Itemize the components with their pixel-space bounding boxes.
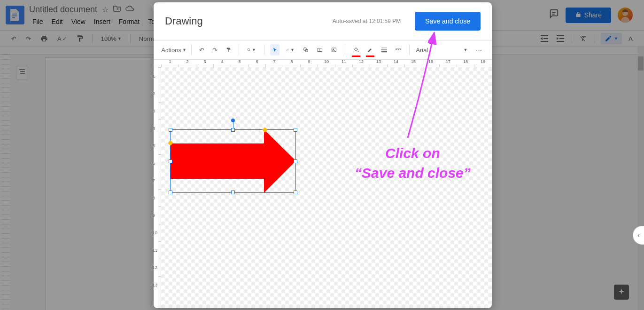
svg-point-16 xyxy=(248,48,250,51)
font-dropdown-icon[interactable]: ▼ xyxy=(461,45,470,55)
svg-rect-34 xyxy=(398,51,399,51)
drawing-vertical-ruler[interactable] xyxy=(154,67,161,308)
svg-rect-27 xyxy=(381,51,387,52)
resize-handle[interactable] xyxy=(169,191,172,194)
svg-rect-32 xyxy=(396,51,396,51)
shape-adjust-handle[interactable] xyxy=(168,140,173,145)
selection-box[interactable] xyxy=(170,129,296,193)
annotation-arrow xyxy=(403,32,445,142)
resize-handle[interactable] xyxy=(169,128,172,132)
annotation-text: Click on “Save and close” xyxy=(355,143,471,183)
svg-rect-26 xyxy=(381,49,387,50)
svg-text:T: T xyxy=(319,48,320,51)
svg-rect-30 xyxy=(397,49,399,50)
undo-icon[interactable]: ↶ xyxy=(197,44,207,56)
border-color-button[interactable] xyxy=(365,44,375,56)
svg-rect-31 xyxy=(400,49,401,50)
line-tool-icon[interactable]: ▼ xyxy=(283,44,297,56)
save-and-close-button[interactable]: Save and close xyxy=(415,12,481,31)
resize-handle[interactable] xyxy=(231,128,235,132)
border-weight-button[interactable] xyxy=(379,45,389,55)
border-dash-button[interactable] xyxy=(393,45,403,55)
actions-menu[interactable]: Actions▼ xyxy=(162,44,186,56)
shape-tool-icon[interactable] xyxy=(301,44,311,56)
modal-title: Drawing xyxy=(165,15,203,27)
select-tool-icon[interactable] xyxy=(270,44,280,56)
svg-rect-33 xyxy=(397,51,398,51)
autosave-status: Auto-saved at 12:01:59 PM xyxy=(333,18,401,24)
svg-rect-29 xyxy=(396,49,397,50)
svg-rect-35 xyxy=(400,51,401,51)
textbox-tool-icon[interactable]: T xyxy=(315,44,325,56)
paint-format-icon[interactable] xyxy=(224,44,233,56)
redo-icon[interactable]: ↷ xyxy=(210,44,220,56)
shape-adjust-handle[interactable] xyxy=(262,127,267,132)
resize-handle[interactable] xyxy=(169,159,172,163)
image-tool-icon[interactable] xyxy=(329,44,339,56)
resize-handle[interactable] xyxy=(231,191,235,194)
resize-handle[interactable] xyxy=(294,159,297,163)
fill-color-button[interactable] xyxy=(351,44,361,56)
svg-rect-28 xyxy=(396,48,401,48)
svg-line-17 xyxy=(249,50,250,51)
rotation-handle[interactable] xyxy=(231,119,235,122)
resize-handle[interactable] xyxy=(294,191,297,194)
svg-rect-25 xyxy=(381,48,387,48)
more-icon[interactable]: ⋯ xyxy=(474,44,483,56)
resize-handle[interactable] xyxy=(294,128,297,132)
svg-line-18 xyxy=(286,48,288,51)
zoom-icon[interactable]: ▼ xyxy=(245,44,258,56)
